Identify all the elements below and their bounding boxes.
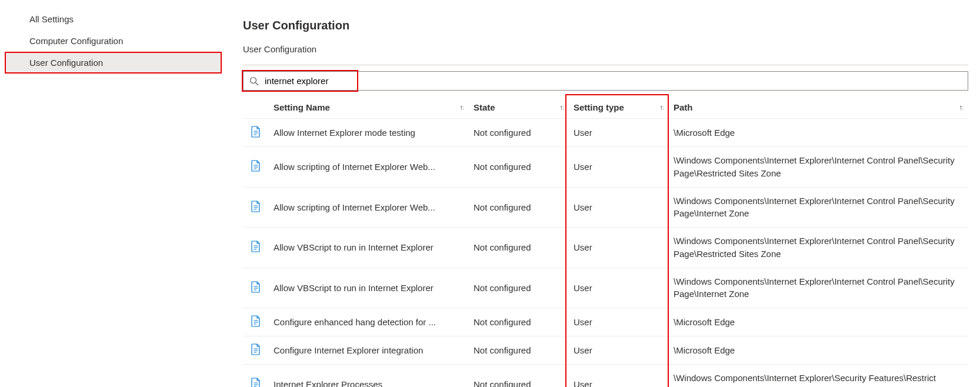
settings-table: Setting Name ↑↓ State ↑↓ Setting type ↑↓… (243, 96, 968, 387)
document-icon (251, 201, 261, 212)
path-cell: \Microsoft Edge (669, 119, 968, 147)
row-icon-cell (243, 308, 269, 336)
setting-name-cell: Allow Internet Explorer mode testing (269, 119, 469, 147)
sidebar: All Settings Computer Configuration User… (0, 0, 232, 387)
document-icon (251, 378, 261, 387)
setting-name-cell: Allow VBScript to run in Internet Explor… (269, 268, 469, 308)
sort-icon[interactable]: ↑↓ (559, 104, 563, 112)
state-cell: Not configured (469, 147, 569, 188)
setting-name-cell: Internet Explorer Processes (269, 365, 469, 388)
sidebar-item-all-settings[interactable]: All Settings (5, 8, 222, 30)
sort-icon[interactable]: ↑↓ (659, 104, 663, 112)
row-icon-cell (243, 147, 269, 188)
search-input[interactable] (264, 75, 962, 86)
path-cell: \Windows Components\Internet Explorer\In… (669, 147, 968, 188)
svg-point-0 (251, 77, 256, 83)
type-cell: User (569, 228, 669, 268)
path-cell: \Windows Components\Internet Explorer\In… (669, 187, 968, 228)
state-cell: Not configured (469, 119, 569, 147)
setting-name-cell: Allow VBScript to run in Internet Explor… (269, 228, 469, 268)
breadcrumb: User Configuration (243, 44, 968, 54)
path-cell: \Windows Components\Internet Explorer\Se… (669, 365, 968, 388)
sidebar-item-label: User Configuration (29, 58, 103, 68)
row-icon-cell (243, 228, 269, 268)
setting-name-cell: Allow scripting of Internet Explorer Web… (269, 187, 469, 228)
column-header-name[interactable]: Setting Name ↑↓ (269, 96, 469, 119)
path-cell: \Microsoft Edge (669, 308, 968, 336)
table-body: Allow Internet Explorer mode testingNot … (243, 119, 968, 388)
column-header-state[interactable]: State ↑↓ (469, 96, 569, 119)
search-box[interactable] (243, 71, 968, 91)
setting-name-cell: Configure Internet Explorer integration (269, 336, 469, 365)
setting-name-cell: Configure enhanced hang detection for ..… (269, 308, 469, 336)
state-cell: Not configured (469, 268, 569, 308)
table-row[interactable]: Allow VBScript to run in Internet Explor… (243, 228, 968, 268)
path-cell: \Microsoft Edge (669, 336, 968, 365)
state-cell: Not configured (469, 228, 569, 268)
table-row[interactable]: Configure Internet Explorer integrationN… (243, 336, 968, 365)
search-icon (249, 76, 259, 86)
document-icon (251, 160, 261, 172)
document-icon (251, 343, 261, 355)
path-cell: \Windows Components\Internet Explorer\In… (669, 268, 968, 308)
sidebar-item-user-configuration[interactable]: User Configuration (5, 52, 222, 74)
table-row[interactable]: Allow scripting of Internet Explorer Web… (243, 147, 968, 188)
document-icon (251, 281, 261, 293)
column-header-type[interactable]: Setting type ↑↓ (569, 96, 669, 119)
row-icon-cell (243, 365, 269, 388)
document-icon (251, 126, 261, 138)
table-row[interactable]: Allow scripting of Internet Explorer Web… (243, 187, 968, 228)
row-icon-cell (243, 268, 269, 308)
column-label: Path (674, 102, 693, 112)
type-cell: User (569, 147, 669, 188)
type-cell: User (569, 365, 669, 388)
column-label: Setting Name (274, 102, 330, 112)
sort-icon[interactable]: ↑↓ (959, 104, 962, 112)
state-cell: Not configured (469, 308, 569, 336)
document-icon (251, 241, 261, 252)
sidebar-item-computer-configuration[interactable]: Computer Configuration (5, 30, 222, 52)
table-row[interactable]: Configure enhanced hang detection for ..… (243, 308, 968, 336)
table-header-row: Setting Name ↑↓ State ↑↓ Setting type ↑↓… (243, 96, 968, 119)
sidebar-item-label: Computer Configuration (29, 36, 123, 46)
column-header-path[interactable]: Path ↑↓ (669, 96, 968, 119)
type-cell: User (569, 308, 669, 336)
column-header-icon (243, 96, 269, 119)
type-cell: User (569, 336, 669, 365)
row-icon-cell (243, 187, 269, 228)
divider (243, 65, 968, 65)
column-label: Setting type (574, 102, 624, 112)
type-cell: User (569, 187, 669, 228)
page-title: User Configuration (243, 19, 968, 32)
table-row[interactable]: Allow VBScript to run in Internet Explor… (243, 268, 968, 308)
sort-icon[interactable]: ↑↓ (459, 104, 463, 112)
state-cell: Not configured (469, 187, 569, 228)
setting-name-cell: Allow scripting of Internet Explorer Web… (269, 147, 469, 188)
main-content: User Configuration User Configuration Se… (232, 0, 980, 387)
row-icon-cell (243, 336, 269, 365)
state-cell: Not configured (469, 365, 569, 388)
state-cell: Not configured (469, 336, 569, 365)
type-cell: User (569, 119, 669, 147)
settings-table-wrap: Setting Name ↑↓ State ↑↓ Setting type ↑↓… (243, 96, 968, 387)
search-container (243, 71, 968, 91)
table-row[interactable]: Allow Internet Explorer mode testingNot … (243, 119, 968, 147)
sidebar-item-label: All Settings (29, 14, 74, 24)
column-label: State (474, 102, 495, 112)
row-icon-cell (243, 119, 269, 147)
table-row[interactable]: Internet Explorer ProcessesNot configure… (243, 365, 968, 388)
path-cell: \Windows Components\Internet Explorer\In… (669, 228, 968, 268)
type-cell: User (569, 268, 669, 308)
document-icon (251, 315, 261, 327)
svg-line-1 (256, 82, 259, 85)
